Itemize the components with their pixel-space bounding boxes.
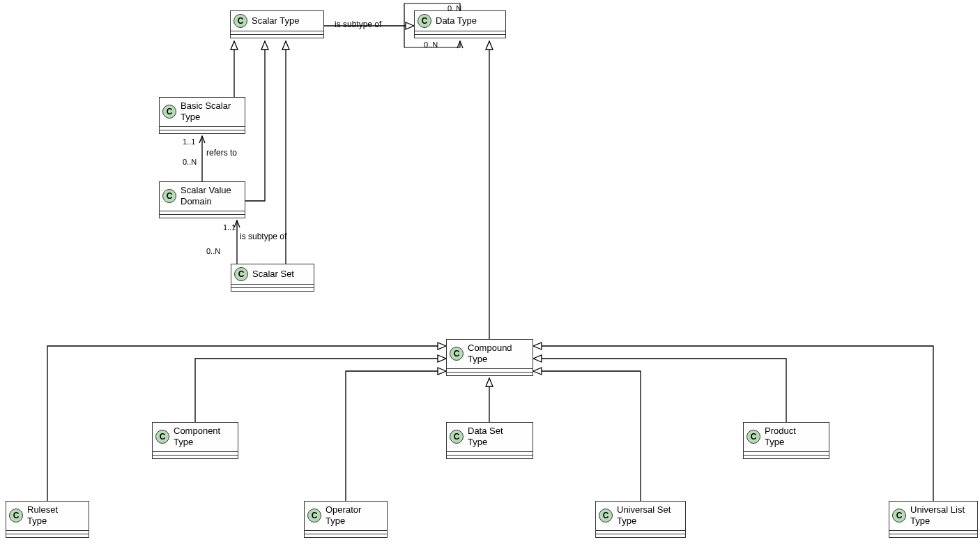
multiplicity: 0..N bbox=[183, 158, 197, 166]
class-scalar-value-domain: CScalar Value Domain bbox=[159, 181, 245, 218]
class-compound-type: CCompound Type bbox=[446, 339, 533, 376]
edge-label: is subtype of bbox=[240, 232, 286, 241]
class-icon: C bbox=[162, 105, 176, 119]
class-icon: C bbox=[418, 14, 431, 28]
class-data-type: CData Type bbox=[414, 10, 506, 38]
class-label: Product Type bbox=[765, 426, 796, 449]
class-universal-set-type: CUniversal Set Type bbox=[595, 501, 686, 538]
class-ruleset-type: CRuleset Type bbox=[6, 501, 89, 538]
class-label: Universal Set Type bbox=[617, 504, 671, 527]
class-label: Scalar Value Domain bbox=[181, 185, 231, 208]
class-icon: C bbox=[892, 509, 906, 522]
class-label: Universal List Type bbox=[910, 504, 965, 527]
class-label: Data Type bbox=[436, 15, 477, 27]
class-label: Component Type bbox=[174, 426, 220, 449]
class-scalar-type: CScalar Type bbox=[230, 10, 324, 38]
class-label: Scalar Set bbox=[252, 269, 294, 280]
class-icon: C bbox=[234, 267, 248, 281]
class-label: Data Set Type bbox=[468, 426, 503, 449]
multiplicity: 1..1 bbox=[223, 223, 236, 232]
multiplicity: 0..N bbox=[424, 40, 438, 49]
class-icon: C bbox=[747, 430, 760, 444]
class-label: Compound Type bbox=[468, 343, 512, 366]
class-label: Operator Type bbox=[326, 504, 361, 527]
class-icon: C bbox=[162, 189, 176, 203]
class-label: Ruleset Type bbox=[27, 504, 58, 527]
multiplicity: 0..N bbox=[206, 247, 220, 255]
multiplicity: 0..N bbox=[447, 4, 461, 13]
edge-label: is subtype of bbox=[335, 20, 381, 29]
class-basic-scalar-type: CBasic Scalar Type bbox=[159, 97, 245, 134]
edge-label: refers to bbox=[206, 148, 237, 158]
connectors bbox=[0, 0, 980, 549]
class-operator-type: COperator Type bbox=[304, 501, 388, 538]
class-icon: C bbox=[9, 509, 23, 522]
class-component-type: CComponent Type bbox=[152, 422, 238, 459]
class-icon: C bbox=[307, 509, 321, 522]
diagram-canvas: CScalar Type CData Type CBasic Scalar Ty… bbox=[0, 0, 980, 549]
class-universal-list-type: CUniversal List Type bbox=[889, 501, 978, 538]
class-product-type: CProduct Type bbox=[743, 422, 829, 459]
class-label: Basic Scalar Type bbox=[181, 100, 231, 123]
class-scalar-set: CScalar Set bbox=[231, 264, 314, 292]
class-icon: C bbox=[450, 347, 464, 361]
class-icon: C bbox=[233, 14, 247, 28]
class-data-set-type: CData Set Type bbox=[446, 422, 533, 459]
class-label: Scalar Type bbox=[252, 15, 299, 27]
multiplicity: 1..1 bbox=[183, 137, 195, 146]
class-icon: C bbox=[450, 430, 464, 444]
class-icon: C bbox=[599, 509, 613, 522]
class-icon: C bbox=[155, 430, 169, 444]
